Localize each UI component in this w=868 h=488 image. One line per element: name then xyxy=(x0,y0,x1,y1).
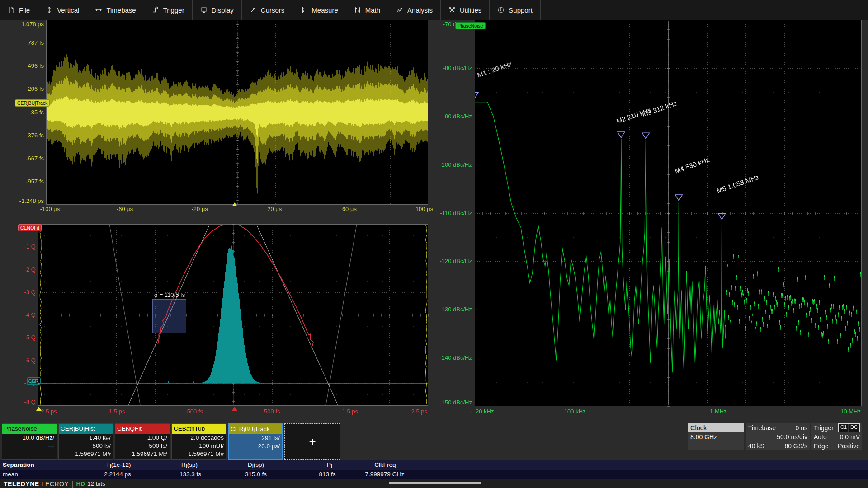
analysis-icon xyxy=(396,6,403,14)
axis-tick-label: 1 MHz xyxy=(696,408,741,415)
display-icon xyxy=(200,6,208,14)
axis-tick-label: -110 dBc/Hz xyxy=(422,210,472,217)
axis-tick-label: -957 fs xyxy=(0,178,44,185)
trace-descriptor-cebathtub[interactable]: CEBathTub2.0 decades100 mUI/1.596971 M# xyxy=(171,423,226,460)
table-value-cell: 7.999979 GHz xyxy=(365,470,404,479)
menu-item-file[interactable]: File xyxy=(0,0,38,20)
menu-item-label: Trigger xyxy=(163,6,184,14)
trace-descriptor-title: PhaseNoise xyxy=(2,424,57,434)
axis-tick-label: 206 fs xyxy=(0,85,44,93)
track-trace-badge[interactable]: CERjBUjTrack xyxy=(15,99,50,107)
utilities-icon xyxy=(448,6,456,14)
axis-tick-label: -1.5 ps xyxy=(94,408,139,415)
axis-tick-label: -90 dBc/Hz xyxy=(422,113,472,120)
menu-item-label: Analysis xyxy=(407,6,433,14)
trigger-icon xyxy=(152,6,159,14)
nqfit-trace-badge[interactable]: CENQFit xyxy=(18,224,42,231)
trace-descriptor-line: 500 fs/ xyxy=(115,442,170,450)
axis-tick-label: 1.5 ps xyxy=(327,408,373,415)
trace-descriptor-cerjbujtrack[interactable]: CERjBUjTrack291 fs/20.0 µs/ xyxy=(228,423,283,460)
menu-item-label: Support xyxy=(509,6,533,14)
sigma-annotation: σ = 110.5 fs xyxy=(154,291,185,298)
table-value-cell: mean xyxy=(3,470,18,479)
axis-tick-label: 500 fs xyxy=(250,408,295,415)
axis-tick-label: -85 fs xyxy=(0,109,44,116)
trace-descriptor-line: 20.0 µs/ xyxy=(229,442,282,450)
support-icon xyxy=(497,6,505,14)
menu-item-math[interactable]: Math xyxy=(346,0,388,20)
trigger-type: Edge xyxy=(814,441,829,450)
trace-descriptor-line: --- xyxy=(2,442,57,450)
trace-descriptor-line: 10.0 dB/Hz/ xyxy=(2,434,57,442)
menu-item-measure[interactable]: Measure xyxy=(292,0,346,20)
menu-item-label: Timebase xyxy=(106,6,136,14)
nq-delay-marker-icon[interactable] xyxy=(36,407,42,411)
menu-item-vertical[interactable]: Vertical xyxy=(38,0,87,20)
axis-tick-label: 10 MHz xyxy=(816,408,861,415)
trigger-source-badge: C1 xyxy=(839,424,848,432)
clock-frequency: 8.00 GHz xyxy=(690,432,717,441)
table-header-cell: Rj(sp) xyxy=(181,460,198,469)
measurement-table[interactable]: SeparationTj(1e-12)Rj(sp)Dj(sp)PjClkFreq… xyxy=(0,460,868,479)
measurement-table-header-row: SeparationTj(1e-12)Rj(sp)Dj(sp)PjClkFreq xyxy=(0,460,868,470)
menu-item-analysis[interactable]: Analysis xyxy=(388,0,441,20)
clock-descriptor-box[interactable]: Clock 8.00 GHz xyxy=(688,423,744,450)
trigger-box-title: Trigger xyxy=(814,423,834,432)
trace-descriptor-title: CERjBUjHist xyxy=(59,424,113,434)
axis-tick-label: 20 kHz xyxy=(476,408,521,415)
trace-descriptor-cerjbujhist[interactable]: CERjBUjHist1.40 k#/500 fs/1.596971 M# xyxy=(58,423,113,460)
axis-tick-label: -20 µs xyxy=(177,206,222,213)
axis-tick-label: -3 Q xyxy=(0,289,36,296)
measurement-table-mean-row: mean2.2144 ps133.3 fs315.0 fs813 fs7.999… xyxy=(0,470,868,479)
timebase-samplerate: 80 GS/s xyxy=(784,441,807,450)
cursors-icon xyxy=(250,6,257,14)
timebase-descriptor-box[interactable]: Timebase 0 ns 50.0 ns/div 40 kS 80 GS/s xyxy=(746,423,810,450)
menu-item-timebase[interactable]: Timebase xyxy=(87,0,144,20)
axis-tick-label: -500 fs xyxy=(171,408,217,415)
axis-tick-label: -667 fs xyxy=(0,155,44,162)
taskbar-handle[interactable] xyxy=(389,482,481,484)
trace-descriptor-line: 500 fs/ xyxy=(59,442,113,450)
axis-tick-label: -100 dBc/Hz xyxy=(422,161,472,169)
trace-descriptor-line: 1.00 Q/ xyxy=(115,434,170,442)
menu-item-support[interactable]: Support xyxy=(490,0,541,20)
axis-tick-label: -60 µs xyxy=(102,206,147,213)
vertical-icon xyxy=(46,6,53,14)
axis-tick-label: -150 dBc/Hz xyxy=(422,399,472,406)
hd-mode-label: HD xyxy=(76,480,85,487)
trigger-descriptor-box[interactable]: Trigger C1 DC Auto 0.0 mV Edge Positive xyxy=(811,423,862,450)
trace-descriptor-cenqfit[interactable]: CENQFit1.00 Q/500 fs/1.596971 M# xyxy=(115,423,170,460)
trace-descriptor-phasenoise[interactable]: PhaseNoise10.0 dB/Hz/--- xyxy=(2,423,57,460)
nq-trigger-marker-icon[interactable] xyxy=(232,407,237,411)
menu-item-trigger[interactable]: Trigger xyxy=(144,0,193,20)
table-header-cell: Dj(sp) xyxy=(248,460,264,469)
track-trigger-marker-icon[interactable] xyxy=(232,202,237,206)
table-header-cell: Separation xyxy=(3,460,34,469)
axis-tick-label: -8 Q xyxy=(0,399,36,406)
trace-descriptor-line xyxy=(2,450,57,458)
axis-tick-label: -4 Q xyxy=(0,311,36,319)
axis-tick-label: -130 dBc/Hz xyxy=(422,306,472,313)
hist-trace-edge-tag[interactable]: CERjBUjHist xyxy=(27,377,41,385)
file-icon xyxy=(8,6,15,14)
trace-descriptor-title: CEBathTub xyxy=(172,424,226,434)
add-trace-button[interactable]: + xyxy=(284,423,340,460)
phasenoise-trace-badge[interactable]: PhaseNoise xyxy=(455,22,486,29)
menu-item-display[interactable]: Display xyxy=(193,0,242,20)
trigger-coupling-badge: DC xyxy=(849,424,859,432)
trace-descriptor-line: 1.596971 M# xyxy=(172,450,226,458)
table-header-cell: ClkFreq xyxy=(374,460,396,469)
phase-xaxis-left-arrow-icon: ← xyxy=(469,408,475,414)
brand-separator: | xyxy=(71,480,73,488)
trigger-slope: Positive xyxy=(838,441,860,450)
trace-descriptor-line: 1.596971 M# xyxy=(59,450,113,458)
trace-descriptor-title: CERjBUjTrack xyxy=(229,424,282,434)
table-value-cell: 2.2144 ps xyxy=(104,470,131,479)
axis-tick-label: 1.078 ps xyxy=(0,21,44,28)
bit-depth-label: 12 bits xyxy=(87,480,105,487)
trigger-mode: Auto xyxy=(814,432,827,441)
menu-item-cursors[interactable]: Cursors xyxy=(242,0,293,20)
brand-lecroy: LECROY xyxy=(42,480,69,488)
menu-item-label: Vertical xyxy=(57,6,79,14)
menu-item-utilities[interactable]: Utilities xyxy=(441,0,490,20)
